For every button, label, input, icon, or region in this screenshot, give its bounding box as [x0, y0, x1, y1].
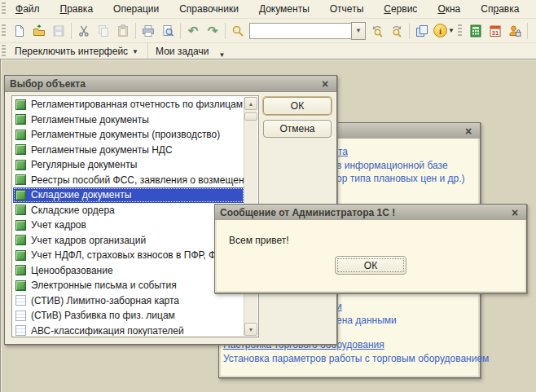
ok-button[interactable]: ОК — [263, 97, 332, 115]
switch-interface-button[interactable]: Переключить интерфейс ▼ — [10, 45, 143, 58]
find-next-icon[interactable] — [387, 21, 406, 41]
admin-message-body: Всем привет! ОК — [215, 220, 526, 293]
windows-list-icon[interactable] — [412, 21, 432, 41]
toolbar-separator — [71, 23, 72, 39]
menu-item-documents[interactable]: Документы — [253, 2, 315, 16]
list-item[interactable]: Учет кадров — [13, 218, 244, 233]
save-icon[interactable] — [49, 21, 68, 41]
menu-item-reports[interactable]: Отчеты — [324, 2, 369, 16]
menu-item-service[interactable]: Сервис — [378, 2, 423, 16]
list-item-label: Реестры пособий ФСС, заявления о возмеще… — [31, 174, 244, 186]
journal-icon — [15, 174, 26, 185]
dialog-title: Выбор объекта — [10, 78, 86, 90]
my-tasks-button[interactable]: Мои задачи — [151, 45, 213, 58]
scrollbar-thumb[interactable] — [244, 112, 257, 121]
toolbar-grip[interactable] — [2, 45, 6, 58]
list-item-label: Регламентные документы — [31, 114, 149, 126]
menu-item-edit[interactable]: Правка — [55, 2, 99, 16]
open-folder-icon[interactable] — [29, 21, 49, 41]
list-item[interactable]: Регулярные документы — [13, 157, 244, 173]
object-select-dialog-titlebar[interactable]: Выбор объекта × — [5, 76, 336, 92]
cut-icon[interactable] — [74, 21, 94, 41]
close-icon[interactable]: × — [462, 125, 475, 138]
assistant-text-price-type: ор типа плановых цен и др.) — [336, 173, 465, 184]
print-preview-icon[interactable] — [158, 21, 178, 41]
toolbar-grip[interactable] — [2, 24, 6, 37]
list-item[interactable]: Регламентные документы — [13, 112, 244, 128]
find-icon[interactable] — [228, 21, 248, 41]
list-item[interactable]: Регламентированная отчетность по физлица… — [13, 97, 244, 112]
message-ok-button[interactable]: ОК — [335, 256, 406, 275]
scroll-down-icon[interactable]: ▼ — [244, 323, 257, 336]
toolbar-separator — [409, 23, 410, 39]
assistant-link-mid[interactable]: и — [336, 301, 342, 312]
journal-icon — [15, 235, 26, 245]
list-item-label: АВС-классификация покупателей — [31, 325, 184, 336]
menu-item-help[interactable]: Справка — [475, 2, 525, 16]
menu-item-file[interactable]: Файл — [10, 2, 46, 16]
cancel-button[interactable]: Отмена — [263, 120, 332, 138]
journal-icon — [15, 220, 26, 231]
toolbar-overflow-icon[interactable]: ▼ — [218, 51, 225, 59]
list-item[interactable]: АВС-классификация покупателей — [13, 324, 244, 337]
doc-icon — [15, 325, 26, 336]
paste-icon[interactable] — [113, 21, 133, 41]
calculator-icon[interactable] — [466, 21, 485, 41]
print-icon[interactable] — [138, 21, 158, 41]
list-item[interactable]: Регламентные документы (производство) — [13, 127, 244, 143]
list-item-label: (СТИВ) Лимитно-заборная карта — [31, 295, 179, 306]
admin-message-dialog: Сообщение от Администратора 1С ! × Всем … — [214, 204, 527, 293]
assistant-text-trade-equipment-desc: Установка параметров работы с торговым о… — [223, 353, 489, 364]
assistant-text-info-base: в информационной базе — [336, 160, 448, 171]
calendar-icon[interactable]: 31 — [485, 21, 505, 41]
undo-icon[interactable]: ↶ — [183, 21, 203, 41]
menu-item-windows[interactable]: Окна — [432, 2, 466, 16]
list-item[interactable]: Складские ордера — [13, 203, 244, 218]
new-document-icon[interactable] — [10, 21, 29, 41]
list-item-label: (СТиВ) Разбивка по физ. лицам — [31, 310, 175, 321]
journal-icon — [15, 130, 26, 140]
journal-icon — [15, 205, 26, 215]
menu-item-operations[interactable]: Операции — [108, 2, 165, 16]
copy-icon[interactable] — [94, 21, 113, 41]
toolbar-grip[interactable] — [458, 24, 462, 37]
info-dropdown-icon[interactable]: ▼ — [448, 27, 455, 34]
search-combobox: ▼ — [249, 23, 366, 39]
close-icon[interactable]: × — [319, 77, 332, 90]
list-item[interactable]: Складские документы — [13, 187, 244, 203]
list-item-label: Складские документы — [31, 189, 131, 200]
list-item-label: Складские ордера — [31, 205, 115, 216]
list-item[interactable]: Реестры пособий ФСС, заявления о возмеще… — [13, 173, 244, 188]
list-item[interactable]: Ценообразование — [13, 263, 244, 279]
list-item-label: Электронные письма и события — [31, 280, 177, 291]
combobox-dropdown-button[interactable]: ▼ — [351, 22, 366, 40]
find-previous-icon[interactable] — [367, 21, 387, 41]
list-item[interactable]: Электронные письма и события — [13, 278, 244, 293]
info-icon[interactable]: i ▼ — [432, 21, 456, 41]
menu-bar: ФайлПравкаОперацииСправочникиДокументыОт… — [0, 0, 536, 19]
admin-message-dialog-titlebar[interactable]: Сообщение от Администратора 1С ! × — [215, 205, 526, 221]
message-text: Всем привет! — [229, 235, 288, 246]
search-combobox-input[interactable] — [249, 23, 351, 39]
scroll-up-icon[interactable]: ▲ — [244, 97, 257, 110]
doc-icon — [15, 311, 26, 321]
journal-icon — [15, 280, 26, 291]
close-icon[interactable]: × — [508, 206, 521, 219]
journal-icon — [15, 265, 26, 275]
list-item[interactable]: Учет НДФЛ, страховых взносов в ПФР, ФС — [13, 248, 244, 263]
assistant-link-top[interactable]: та — [338, 146, 348, 157]
list-item[interactable]: (СТиВ) Разбивка по физ. лицам — [13, 308, 244, 324]
redo-icon[interactable]: ↷ — [203, 21, 222, 41]
list-item[interactable]: (СТИВ) Лимитно-заборная карта — [13, 293, 244, 309]
menu-item-directories[interactable]: Справочники — [174, 2, 244, 16]
list-item-label: Ценообразование — [31, 265, 113, 276]
toolbar-grip[interactable] — [2, 2, 6, 15]
main-toolbar: ↶ ↷ ▼ i ▼ 31 M — [0, 19, 536, 43]
toolbar-separator — [225, 23, 226, 39]
svg-text:31: 31 — [492, 29, 499, 36]
list-item[interactable]: Учет кадров организаций — [13, 233, 244, 249]
list-item[interactable]: Регламентные документы НДС — [13, 143, 244, 158]
user-monitor-icon[interactable] — [505, 21, 525, 41]
chevron-down-icon: ▼ — [132, 48, 138, 55]
m-button[interactable]: M — [530, 21, 536, 41]
